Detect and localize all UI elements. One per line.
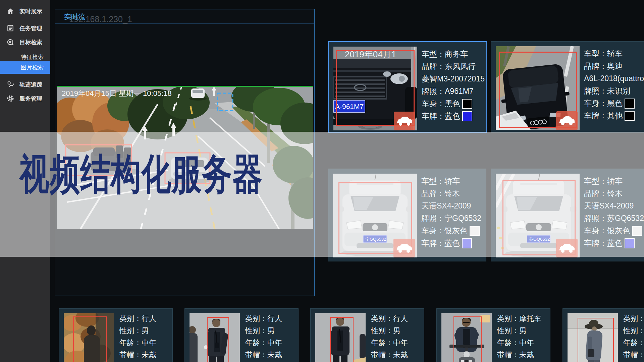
vehicle-card[interactable]: 宁GQ6532 车型：轿车 品牌：铃木 天语SX4-2009 牌照：宁GQ653…: [328, 169, 486, 261]
pedestrian-card[interactable]: 类别：摩托车 性别：男 年龄：中年 带帽：未戴 提包：否: [436, 308, 550, 362]
vehicle-badge-icon: [556, 111, 578, 130]
pedestrian-snapshot: [441, 313, 492, 362]
live-video-frame[interactable]: 2019年04月15日 星期一 10:05:18: [57, 86, 313, 229]
pedestrian-card[interactable]: 类别： 性别： 年龄： 带帽： 提包：: [562, 308, 644, 362]
pedestrian-snapshot: [315, 313, 366, 362]
vehicle-badge-icon: [393, 239, 415, 257]
vehicle-snapshot: 宁GQ6532: [333, 174, 417, 257]
vehicle-card[interactable]: 车型：轿车 品牌：奥迪 A6L-2018(quattro运动 牌照：未识别 车身…: [491, 41, 644, 133]
video-osd-timestamp: 2019年04月15日 星期一 10:05:18: [62, 89, 172, 98]
pedestrian-snapshot: [190, 313, 240, 362]
road-scene-image: 2019年04月15日 星期一 10:05:18: [57, 86, 313, 229]
pedestrian-attributes: 类别：行人 性别：男 年龄：中年 带帽：未戴 提包：是 ✓: [371, 313, 411, 362]
pedestrian-card[interactable]: 类别：行人 性别：男 年龄：中年 带帽：未戴 提包：是 ✓: [310, 308, 424, 362]
trajectory-icon: [7, 81, 14, 88]
sidebar-item-live-display[interactable]: 实时展示: [0, 5, 50, 18]
sidebar: 实时展示 任务管理 目标检索 特征检索 图片检索 轨迹追踪 服务管理: [0, 0, 50, 362]
home-icon: [7, 8, 14, 15]
pedestrian-attributes: 类别：行人 性别：男 年龄：中年 带帽：未戴 提包：否: [245, 313, 285, 362]
sidebar-item-task-management[interactable]: 任务管理: [0, 21, 50, 35]
sidebar-item-label: 服务管理: [19, 95, 42, 103]
body-color-swatch: [632, 226, 642, 236]
vehicle-attributes: 车型：轿车 品牌：铃木 天语SX4-2009 牌照：宁GQ6532 车身：银灰色…: [421, 175, 481, 261]
sidebar-item-image-search[interactable]: 图片检索: [0, 61, 50, 74]
plate-color-swatch: [625, 111, 635, 121]
live-stream-panel: 192.168.1.230_1 实时流: [55, 9, 315, 296]
vehicle-card[interactable]: 苏GQ6532 车型：轿车 品牌：铃木 天语SX4-2009 牌照：苏GQ653…: [491, 169, 644, 261]
target-search-icon: [7, 39, 14, 46]
plate-image-text: 苏GQ6532: [529, 237, 550, 242]
vehicle-snapshot: 苏GQ6532: [496, 174, 580, 257]
plate-image-text: 宁GQ6532: [365, 237, 386, 242]
sidebar-item-label: 实时展示: [19, 8, 42, 15]
plate-color-swatch: [625, 238, 635, 248]
pedestrian-card[interactable]: 类别：行人 性别：男 年龄：中年 带帽：未戴 提包：否: [184, 308, 299, 362]
body-color-swatch: [625, 99, 635, 109]
vehicle-badge-icon: [556, 239, 578, 257]
vehicle-attributes: 车型：商务车 品牌：东风风行 菱智M3-20072015 牌照：A961M7 车…: [422, 48, 485, 132]
sidebar-item-service-management[interactable]: 服务管理: [0, 92, 50, 105]
vehicle-card[interactable]: A·961M7 2019年04月1 车型：商务车 品牌：东风风行 菱智M3-20…: [328, 41, 487, 133]
vehicle-attributes: 车型：轿车 品牌：铃木 天语SX4-2009 牌照：苏GQ6532 车身：银灰色…: [584, 175, 644, 261]
sidebar-item-label: 图片检索: [21, 64, 44, 71]
pedestrian-snapshot: [568, 313, 618, 362]
body-color-swatch: [462, 99, 472, 109]
sidebar-item-trajectory-tracking[interactable]: 轨迹追踪: [0, 78, 50, 91]
gear-icon: [7, 95, 14, 102]
pedestrian-attributes: 类别：行人 性别：男 年龄：中年 带帽：未戴 提包：否: [119, 313, 159, 362]
plate-image-text: A·961M7: [335, 103, 364, 110]
vehicle-attributes: 车型：轿车 品牌：奥迪 A6L-2018(quattro运动 牌照：未识别 车身…: [584, 48, 644, 133]
sidebar-item-label: 目标检索: [19, 39, 42, 46]
sidebar-item-label: 任务管理: [19, 24, 42, 32]
sidebar-item-label: 特征检索: [21, 53, 44, 61]
stream-tab-bar: 192.168.1.230_1 实时流: [55, 9, 314, 23]
tasks-icon: [7, 24, 14, 32]
plate-color-swatch: [462, 111, 472, 121]
vehicle-snapshot: A·961M7 2019年04月1: [333, 47, 417, 130]
pedestrian-attributes: 类别：摩托车 性别：男 年龄：中年 带帽：未戴 提包：否: [497, 313, 541, 362]
pedestrian-card[interactable]: 类别：行人 性别：男 年龄：中年 带帽：未戴 提包：否: [59, 308, 173, 362]
tab-live-stream[interactable]: 实时流: [64, 12, 85, 21]
vehicle-snapshot: [496, 46, 580, 130]
sidebar-item-label: 轨迹追踪: [19, 81, 42, 88]
pedestrian-attributes: 类别： 性别： 年龄： 带帽： 提包：: [623, 313, 644, 362]
body-color-swatch: [470, 226, 480, 236]
vehicle-badge-icon: [394, 112, 415, 130]
sidebar-item-target-search[interactable]: 目标检索: [0, 36, 50, 49]
plate-color-swatch: [462, 238, 472, 248]
snapshot-osd-text: 2019年04月1: [345, 49, 396, 59]
pedestrian-snapshot: [64, 313, 114, 362]
